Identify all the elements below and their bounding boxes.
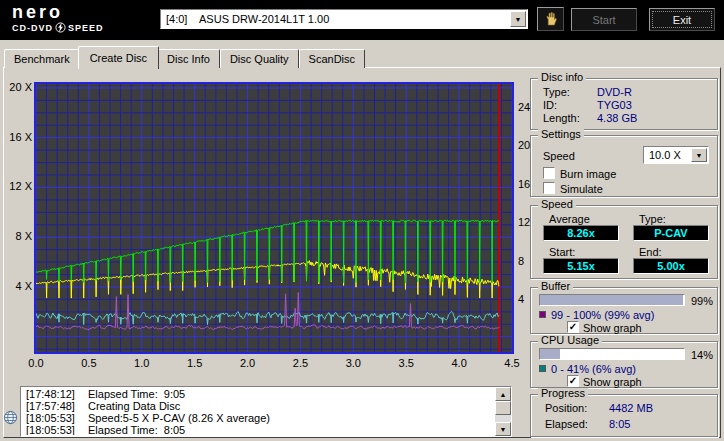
x-axis-tick: 3.0 [339, 357, 367, 369]
cpu-color-swatch [539, 365, 546, 372]
nero-cd-dvd-speed-window: nero CD-DVD SPEED [4:0] ASUS DRW-2014L1T… [0, 0, 724, 441]
cpu-usage-title: CPU Usage [538, 335, 602, 346]
y-axis-left-tick: 8 X [2, 230, 32, 242]
x-axis-tick: 1.5 [181, 357, 209, 369]
cpu-usage-group: CPU Usage 14% 0 - 41% (6% avg) Show grap… [530, 341, 718, 388]
scrollbar-thumb[interactable] [495, 401, 511, 415]
nero-logo: nero CD-DVD SPEED [12, 2, 104, 33]
drive-selector-value: [4:0] ASUS DRW-2014L1T 1.00 [162, 13, 510, 25]
y-axis-left-tick: 4 X [2, 280, 32, 292]
start-speed-label: Start: [549, 246, 575, 258]
tab-strip: Benchmark Create Disc Disc Info Disc Qua… [4, 46, 365, 68]
y-axis-right-tick: 12 [518, 216, 540, 228]
settings-title: Settings [538, 129, 584, 140]
x-axis-tick: 0.5 [75, 357, 103, 369]
cpu-bar-fill [540, 349, 560, 359]
chevron-down-icon[interactable] [510, 11, 526, 27]
x-axis-tick: 4.0 [445, 357, 473, 369]
y-axis-left-tick: 12 X [2, 180, 32, 192]
average-speed-label: Average [549, 213, 590, 225]
buffer-bar [539, 294, 685, 306]
globe-icon [3, 410, 18, 425]
y-axis-left-tick: 20 X [2, 81, 32, 93]
hand-icon [543, 11, 559, 27]
buffer-bar-fill [540, 295, 683, 305]
elapsed-label: Elapsed: [545, 418, 588, 430]
x-axis-tick: 2.0 [234, 357, 262, 369]
buffer-show-graph-checkbox[interactable] [567, 321, 579, 333]
end-speed-value: 5.00x [633, 258, 709, 274]
position-label: Position: [545, 402, 587, 414]
logo-cd-dvd-text: CD-DVD [12, 23, 53, 33]
end-speed-label: End: [639, 246, 662, 258]
cpu-range-text: 0 - 41% (6% avg) [551, 363, 636, 375]
speed-chart-plot [34, 82, 514, 354]
hand-tool-button[interactable] [537, 7, 564, 31]
buffer-show-graph-label: Show graph [583, 322, 642, 334]
exit-button[interactable]: Exit [649, 8, 715, 31]
log-line: [17:57:48]Creating Data Disc [22, 400, 494, 412]
scrollbar-down-button[interactable] [495, 422, 511, 436]
log-line: [17:48:12]Elapsed Time: 9:05 [22, 388, 494, 400]
x-axis-tick: 3.5 [392, 357, 420, 369]
disc-length-value: 4.38 GB [597, 112, 637, 124]
disc-type-value: DVD-R [597, 86, 632, 98]
burn-image-checkbox[interactable] [543, 167, 555, 179]
cpu-percent: 14% [685, 349, 713, 361]
y-axis-right-tick: 20 [518, 139, 540, 151]
buffer-title: Buffer [538, 281, 573, 292]
disc-id-label: ID: [543, 99, 557, 111]
progress-title: Progress [538, 388, 588, 399]
speed-select[interactable]: 10.0 X [643, 146, 709, 164]
burn-image-label: Burn image [560, 168, 616, 180]
speed-select-label: Speed [543, 150, 575, 162]
drive-selector[interactable]: [4:0] ASUS DRW-2014L1T 1.00 [160, 9, 528, 29]
simulate-checkbox[interactable] [543, 182, 555, 194]
log-line: [18:05:53]Elapsed Time: 8:05 [22, 424, 494, 435]
disc-length-label: Length: [543, 112, 580, 124]
average-speed-value: 8.26x [543, 225, 619, 241]
x-axis-tick: 4.5 [498, 357, 526, 369]
rotation-speed-line [36, 261, 499, 298]
disc-type-label: Type: [543, 86, 570, 98]
event-log: [17:48:12]Elapsed Time: 9:05[17:57:48]Cr… [20, 386, 512, 437]
buffer-range-text: 99 - 100% (99% avg) [551, 309, 654, 321]
title-bar: nero CD-DVD SPEED [4:0] ASUS DRW-2014L1T… [0, 0, 724, 40]
y-axis-right-tick: 8 [518, 255, 540, 267]
x-axis-tick: 2.5 [286, 357, 314, 369]
speed-group: Speed Average Type: 8.26x P-CAV Start: E… [530, 205, 718, 279]
elapsed-value: 8:05 [609, 418, 630, 430]
simulate-label: Simulate [560, 183, 603, 195]
progress-group: Progress Position: 4482 MB Elapsed: 8:05 [530, 394, 718, 437]
log-line: [18:05:53]Speed:5-5 X P-CAV (8.26 X aver… [22, 412, 494, 424]
x-axis-tick: 1.0 [128, 357, 156, 369]
y-axis-left-tick: 16 X [2, 131, 32, 143]
scrollbar-up-button[interactable] [495, 387, 511, 401]
speed-type-label: Type: [639, 213, 666, 225]
tab-disc-info[interactable]: Disc Info [157, 49, 220, 68]
cpu-show-graph-label: Show graph [583, 376, 642, 388]
x-axis-tick: 0.0 [22, 357, 50, 369]
tab-scandisc[interactable]: ScanDisc [299, 49, 365, 68]
chevron-down-icon[interactable] [691, 148, 707, 162]
cd-dvd-speed-logo-text: CD-DVD SPEED [12, 22, 104, 33]
cpu-show-graph-checkbox[interactable] [567, 375, 579, 387]
log-lines: [17:48:12]Elapsed Time: 9:05[17:57:48]Cr… [22, 388, 494, 435]
chart-canvas [36, 84, 512, 352]
tab-disc-quality[interactable]: Disc Quality [220, 49, 299, 68]
speed-type-value: P-CAV [633, 225, 709, 241]
buffer-percent: 99% [685, 295, 713, 307]
tab-benchmark[interactable]: Benchmark [4, 49, 80, 68]
tab-create-disc[interactable]: Create Disc [78, 46, 159, 69]
log-scrollbar[interactable] [495, 387, 511, 436]
start-speed-value: 5.15x [543, 258, 619, 274]
disc-info-group: Disc info Type: DVD-R ID: TYG03 Length: … [530, 78, 718, 130]
y-axis-right-tick: 4 [518, 293, 540, 305]
disc-id-value: TYG03 [597, 99, 632, 111]
buffer-level-line [36, 312, 499, 325]
start-button[interactable]: Start [571, 8, 637, 31]
chart-grid [36, 84, 512, 352]
y-axis-right-tick: 16 [518, 178, 540, 190]
cpu-bar [539, 348, 685, 360]
buffer-group: Buffer 99% 99 - 100% (99% avg) Show grap… [530, 287, 718, 334]
